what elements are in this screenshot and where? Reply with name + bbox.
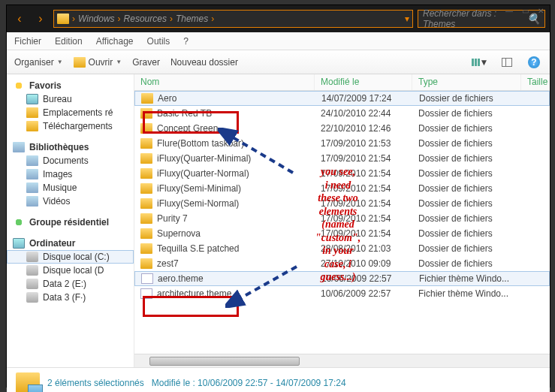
menu-help[interactable]: ? — [183, 36, 189, 47]
crumb[interactable]: Themes — [176, 14, 208, 24]
file-type: Dossier de fichiers — [412, 183, 521, 194]
explorer-window: — ▭ ✕ ‹ › ›Windows ›Resources ›Themes › … — [6, 5, 550, 387]
file-type: Dossier de fichiers — [412, 108, 521, 119]
annotation-arrow-down — [225, 263, 300, 308]
folder-icon — [140, 183, 152, 194]
folder-icon — [26, 121, 38, 131]
pane-button[interactable] — [499, 55, 515, 70]
menu-tools[interactable]: Outils — [147, 36, 170, 47]
help-button[interactable]: ? — [526, 55, 542, 70]
file-type: Dossier de fichiers — [412, 153, 521, 164]
file-type: Dossier de fichiers — [412, 243, 521, 254]
menu-file[interactable]: Fichier — [14, 36, 41, 47]
folder-icon — [140, 228, 152, 239]
col-size[interactable]: Taille — [521, 74, 550, 90]
burn-button[interactable]: Graver — [132, 57, 160, 68]
file-icon — [141, 273, 153, 284]
sidebar: Favoris Bureau Emplacements ré Télécharg… — [7, 74, 134, 367]
sidebar-favorites[interactable]: Favoris — [7, 79, 134, 92]
disk-icon — [26, 265, 38, 276]
star-icon — [13, 80, 25, 91]
status-count: 2 éléments sélectionnés — [47, 378, 144, 388]
folder-icon — [140, 213, 152, 224]
sidebar-item[interactable]: Musique — [7, 181, 134, 194]
folder-icon — [57, 14, 69, 24]
sidebar-libraries[interactable]: Bibliothèques — [7, 140, 134, 154]
file-name: iFluxy(Semi-Normal) — [157, 198, 239, 209]
folder-icon — [26, 107, 38, 118]
file-type: Fichier thème Windo... — [412, 288, 521, 299]
image-icon — [26, 169, 38, 179]
col-modified[interactable]: Modifié le — [315, 74, 412, 90]
file-type: Dossier de fichiers — [412, 228, 521, 239]
folder-icon — [140, 258, 152, 269]
menu-view[interactable]: Affichage — [96, 36, 134, 47]
crumb[interactable]: Resources — [124, 14, 167, 24]
file-row[interactable]: Flure(Bottom taskbar)17/09/2010 21:53Dos… — [134, 136, 550, 151]
file-type: Dossier de fichiers — [412, 198, 521, 209]
sidebar-item[interactable]: Images — [7, 167, 134, 181]
scroll-thumb[interactable] — [149, 357, 300, 366]
organize-button[interactable]: Organiser▼ — [14, 57, 63, 68]
disk-icon — [26, 279, 38, 289]
sidebar-item[interactable]: Disque local (D — [7, 264, 134, 277]
open-button[interactable]: Ouvrir▼ — [74, 57, 122, 68]
folder-icon — [140, 138, 152, 149]
file-date: 24/10/2010 22:44 — [315, 108, 412, 119]
file-row[interactable]: Aero14/07/2009 17:24Dossier de fichiers — [134, 91, 550, 106]
sidebar-item[interactable]: Disque local (C:) — [7, 250, 134, 264]
folder-icon — [140, 153, 152, 164]
sidebar-item[interactable]: Emplacements ré — [7, 106, 134, 119]
window-controls: — ▭ ✕ — [505, 7, 544, 15]
sidebar-homegroup[interactable]: Groupe résidentiel — [7, 216, 134, 229]
sidebar-item[interactable]: Data 3 (F·) — [7, 291, 134, 304]
horizontal-scrollbar[interactable] — [134, 354, 550, 367]
view-mode-button[interactable]: ▼ — [472, 55, 488, 70]
col-name[interactable]: Nom — [134, 74, 315, 90]
titlebar: ‹ › ›Windows ›Resources ›Themes › ▾ Rech… — [7, 5, 550, 32]
video-icon — [26, 196, 38, 207]
file-type: Dossier de fichiers — [412, 213, 521, 224]
file-type: Dossier de fichiers — [412, 258, 521, 269]
chevron-down-icon[interactable]: ▾ — [405, 14, 409, 24]
close-button[interactable]: ✕ — [538, 7, 544, 15]
file-name: Aero — [158, 93, 176, 104]
back-button[interactable]: ‹ — [11, 11, 28, 27]
file-name: zest7 — [157, 258, 179, 269]
sidebar-item[interactable]: Vidéos — [7, 194, 134, 208]
file-row[interactable]: iFluxy(Quarter-Minimal)17/09/2010 21:54D… — [134, 151, 550, 166]
crumb[interactable]: Windows — [78, 14, 115, 24]
file-date: 17/09/2010 21:53 — [315, 138, 412, 149]
sidebar-computer[interactable]: Ordinateur — [7, 237, 134, 250]
column-headers: Nom Modifié le Type Taille — [134, 74, 550, 91]
folder-icon — [140, 198, 152, 209]
file-date: 10/06/2009 22:57 — [315, 288, 412, 299]
file-type: Dossier de fichiers — [412, 123, 521, 134]
new-folder-button[interactable]: Nouveau dossier — [170, 57, 238, 68]
selection-icon — [16, 372, 40, 393]
file-name: Purity 7 — [157, 213, 188, 224]
file-type: Fichier thème Windo... — [413, 273, 522, 284]
menu-edit[interactable]: Edition — [55, 36, 83, 47]
desktop-icon — [26, 94, 38, 104]
forward-button[interactable]: › — [32, 11, 49, 27]
doc-icon — [26, 155, 38, 166]
file-name: Supernova — [157, 228, 201, 239]
folder-icon — [140, 243, 152, 254]
sidebar-item[interactable]: Bureau — [7, 92, 134, 106]
file-type: Dossier de fichiers — [412, 138, 521, 149]
homegroup-icon — [13, 217, 25, 228]
disk-icon — [26, 292, 38, 303]
address-bar[interactable]: ›Windows ›Resources ›Themes › ▾ — [53, 10, 413, 28]
maximize-button[interactable]: ▭ — [522, 7, 529, 15]
sidebar-item[interactable]: Documents — [7, 154, 134, 167]
toolbar: Organiser▼ Ouvrir▼ Graver Nouveau dossie… — [7, 50, 550, 74]
sidebar-item[interactable]: Data 2 (E:) — [7, 277, 134, 291]
folder-icon — [74, 57, 86, 68]
col-type[interactable]: Type — [412, 74, 521, 90]
sidebar-item[interactable]: Téléchargements — [7, 119, 134, 133]
minimize-button[interactable]: — — [505, 7, 513, 15]
status-modified: Modifié le : 10/06/2009 22:57 - 14/07/20… — [152, 378, 346, 388]
file-date: 14/07/2009 17:24 — [315, 93, 413, 104]
music-icon — [26, 182, 38, 193]
